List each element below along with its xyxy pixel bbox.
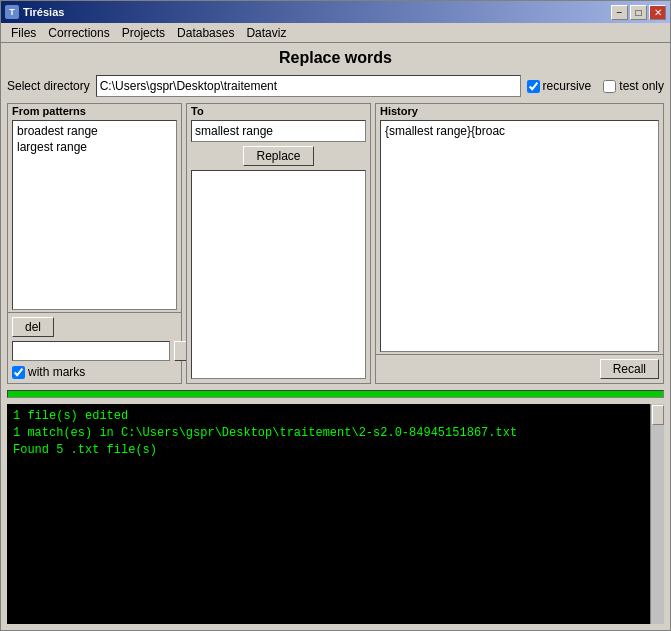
- history-panel-title: History: [376, 104, 663, 118]
- from-panel-title: From patterns: [8, 104, 181, 118]
- del-row: del: [12, 317, 177, 337]
- menu-files[interactable]: Files: [5, 25, 42, 41]
- history-list[interactable]: {smallest range}{broac: [380, 120, 659, 352]
- menu-bar: Files Corrections Projects Databases Dat…: [1, 23, 670, 43]
- list-item[interactable]: largest range: [15, 139, 174, 155]
- page-title: Replace words: [7, 49, 664, 67]
- from-bottom: del add with marks: [8, 312, 181, 383]
- menu-projects[interactable]: Projects: [116, 25, 171, 41]
- menu-corrections[interactable]: Corrections: [42, 25, 115, 41]
- with-marks-label: with marks: [12, 365, 85, 379]
- menu-dataviz[interactable]: Dataviz: [240, 25, 292, 41]
- content-area: Replace words Select directory recursive…: [1, 43, 670, 630]
- to-list[interactable]: [191, 170, 366, 379]
- from-panel: From patterns broadest range largest ran…: [7, 103, 182, 384]
- app-icon: T: [5, 5, 19, 19]
- with-marks-row: with marks: [12, 365, 177, 379]
- checkbox-group: recursive test only: [527, 79, 664, 93]
- to-panel: To Replace: [186, 103, 371, 384]
- recall-button[interactable]: Recall: [600, 359, 659, 379]
- list-item[interactable]: broadest range: [15, 123, 174, 139]
- to-panel-title: To: [187, 104, 370, 118]
- directory-input[interactable]: [96, 75, 521, 97]
- progress-bar-container: [7, 390, 664, 398]
- to-input[interactable]: [191, 120, 366, 142]
- title-bar: T Tirésias − □ ✕: [1, 1, 670, 23]
- to-input-area: Replace: [191, 120, 366, 166]
- maximize-button[interactable]: □: [630, 5, 647, 20]
- minimize-button[interactable]: −: [611, 5, 628, 20]
- console-line-1: 1 match(es) in C:\Users\gspr\Desktop\tra…: [13, 425, 658, 442]
- close-button[interactable]: ✕: [649, 5, 666, 20]
- window-controls: − □ ✕: [611, 5, 666, 20]
- directory-label: Select directory: [7, 79, 90, 93]
- console-line-0: 1 file(s) edited: [13, 408, 658, 425]
- recursive-checkbox[interactable]: [527, 80, 540, 93]
- del-button[interactable]: del: [12, 317, 54, 337]
- history-bottom: Recall: [376, 354, 663, 383]
- replace-button[interactable]: Replace: [243, 146, 313, 166]
- progress-bar-fill: [8, 391, 663, 397]
- add-input[interactable]: [12, 341, 170, 361]
- console-scrollbar[interactable]: [650, 404, 664, 624]
- window-title: Tirésias: [23, 6, 64, 18]
- replace-btn-row: Replace: [191, 146, 366, 166]
- test-only-checkbox[interactable]: [603, 80, 616, 93]
- with-marks-checkbox[interactable]: [12, 366, 25, 379]
- list-item[interactable]: {smallest range}{broac: [383, 123, 656, 139]
- directory-row: Select directory recursive test only: [7, 75, 664, 97]
- menu-databases[interactable]: Databases: [171, 25, 240, 41]
- title-bar-text: T Tirésias: [5, 5, 64, 19]
- console-line-2: Found 5 .txt file(s): [13, 442, 658, 459]
- add-row: add: [12, 341, 177, 361]
- main-panels: From patterns broadest range largest ran…: [7, 103, 664, 384]
- scrollbar-thumb[interactable]: [652, 405, 664, 425]
- from-list[interactable]: broadest range largest range: [12, 120, 177, 310]
- main-window: T Tirésias − □ ✕ Files Corrections Proje…: [0, 0, 671, 631]
- history-panel: History {smallest range}{broac Recall: [375, 103, 664, 384]
- test-only-label: test only: [603, 79, 664, 93]
- recursive-label: recursive: [527, 79, 592, 93]
- console-area: 1 file(s) edited 1 match(es) in C:\Users…: [7, 404, 664, 624]
